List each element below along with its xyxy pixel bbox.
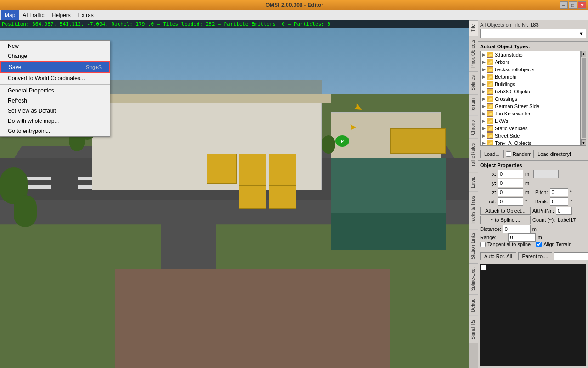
tree-arrow: ▶: [482, 60, 486, 64]
menu-helpers[interactable]: Helpers: [48, 10, 74, 20]
object-tree[interactable]: ▶ 📁 3dtranstudio ▶ 📁 Arbors ▶ 📁 b: [480, 51, 581, 146]
color-preview[interactable]: [533, 170, 559, 178]
menu-save[interactable]: Save Strg+S: [0, 61, 110, 73]
menu-general-props[interactable]: General Properties...: [0, 86, 110, 96]
tree-item-arbors[interactable]: ▶ 📁 Arbors: [481, 58, 580, 66]
scroll-up[interactable]: ▲: [581, 51, 587, 57]
tab-chrono[interactable]: Chrono: [469, 116, 478, 139]
tangential-label: Tangential to spline: [487, 242, 531, 247]
props-section: Object Properties x: m y: m z: m Pitch:: [478, 160, 588, 250]
tree-label: Street Side: [495, 133, 520, 138]
tab-envir[interactable]: Envir.: [469, 172, 478, 192]
align-terrain-checkbox[interactable]: [536, 242, 542, 247]
menu-go-to-entry[interactable]: Go to entrypoint...: [0, 126, 110, 136]
close-button[interactable]: ✕: [578, 1, 586, 9]
tree-item-german-street[interactable]: ▶ 📁 German Street Side: [481, 103, 580, 110]
menu-extras[interactable]: Extras: [74, 10, 97, 20]
tree-item-jan[interactable]: ▶ 📁 Jan Kiesewalter: [481, 110, 580, 117]
menu-do-with-map[interactable]: Do with whole map...: [0, 116, 110, 126]
menu-ai-traffic[interactable]: AI Traffic: [19, 10, 48, 20]
scroll-thumb[interactable]: [582, 58, 586, 138]
parent-button[interactable]: Parent to....: [518, 252, 553, 260]
x-label: x:: [480, 171, 496, 177]
black-preview-area: [480, 264, 586, 366]
status-text: Position: 364.987, 541.112, -7.094, Rach…: [2, 21, 330, 27]
arrow-2: ➤: [349, 121, 357, 132]
menu-refresh[interactable]: Refresh: [0, 96, 110, 106]
props-title: Object Properties: [480, 162, 586, 168]
tree-label: 3dtranstudio: [495, 52, 523, 58]
auto-rot-button[interactable]: Auto Rot. All: [480, 252, 516, 260]
menu-save-shortcut: Strg+S: [86, 64, 102, 70]
bank-label: Bank:: [535, 199, 548, 204]
tree-icon-folder: 📁: [487, 125, 493, 132]
tile-value: 183: [530, 22, 538, 28]
bank-input[interactable]: [550, 197, 568, 206]
dropdown-sep-1: [0, 84, 110, 85]
tree-item-betonrohr[interactable]: ▶ 📁 Betonrohr: [481, 73, 580, 80]
y-input[interactable]: [498, 179, 523, 187]
att-pnt-input[interactable]: [556, 207, 572, 215]
range-input[interactable]: [508, 233, 536, 242]
pitch-label: Pitch:: [535, 190, 548, 195]
tree-item-beckschollobjects[interactable]: ▶ 📁 beckschollobjects: [481, 66, 580, 73]
menu-convert-label: Convert to World Coordinates...: [8, 75, 85, 81]
distance-unit: m: [532, 226, 537, 232]
tree-icon-folder: 📁: [487, 88, 493, 95]
load-button[interactable]: Load...: [480, 150, 504, 158]
tab-station-links[interactable]: Station Links: [469, 229, 478, 263]
main-area: ➤ ➤ P Position: 364.987, 541.112, -7.094…: [0, 20, 588, 368]
yellow-box-3: [207, 154, 237, 184]
prop-row-x: x: m: [480, 170, 586, 178]
tab-traffic-rules[interactable]: Traffic Rules: [469, 139, 478, 172]
distance-input[interactable]: [503, 225, 531, 233]
z-label: z:: [480, 190, 496, 195]
maximize-button[interactable]: □: [569, 1, 577, 9]
tree-arrow: ▶: [482, 141, 486, 145]
x-input[interactable]: [498, 170, 523, 178]
menu-map[interactable]: Map: [1, 10, 19, 20]
z-input[interactable]: [498, 188, 523, 196]
tree-item-bvb360[interactable]: ▶ 📁 bvb360_Objekte: [481, 88, 580, 95]
tree-item-static-vehicles[interactable]: ▶ 📁 Static Vehicles: [481, 125, 580, 132]
tree-item-tony[interactable]: ▶ 📁 Tony_A_Objects: [481, 139, 580, 146]
attach-button[interactable]: Attach to Object...: [480, 207, 531, 215]
menu-new[interactable]: New: [0, 41, 110, 51]
viewport[interactable]: ➤ ➤ P Position: 364.987, 541.112, -7.094…: [0, 20, 469, 368]
rot-input[interactable]: [498, 197, 523, 206]
tree-label: Crossings: [495, 96, 517, 102]
tree-icon-folder: 📁: [487, 59, 493, 65]
tab-tile[interactable]: Tile: [469, 20, 478, 36]
tree-label: Tony_A_Objects: [495, 140, 531, 146]
tree-icon-folder: 📁: [487, 103, 493, 109]
object-types-label: Actual Object Types:: [480, 44, 586, 49]
tab-prior-objects[interactable]: Prior. Objects: [469, 36, 478, 71]
menu-convert[interactable]: Convert to World Coordinates...: [0, 73, 110, 83]
minimize-button[interactable]: ─: [560, 1, 568, 9]
menu-set-view[interactable]: Set View as Default: [0, 106, 110, 116]
y-label: y:: [480, 180, 496, 186]
scroll-down[interactable]: ▼: [581, 139, 587, 146]
spline-button[interactable]: ~ to Spline ...: [480, 216, 531, 224]
tab-spline-exp[interactable]: Spline-Exp.: [469, 263, 478, 294]
parking-area: [331, 158, 446, 213]
tree-item-crossings[interactable]: ▶ 📁 Crossings: [481, 95, 580, 103]
tab-splines[interactable]: Splines: [469, 71, 478, 94]
tab-terrain[interactable]: Terrain: [469, 94, 478, 116]
tangential-checkbox[interactable]: [480, 242, 486, 247]
menubar: Map AI Traffic Helpers Extras: [0, 10, 588, 20]
menu-change[interactable]: Change: [0, 51, 110, 61]
tab-tracks-trips[interactable]: Tracks & Trips: [469, 192, 478, 229]
tree-label: Static Vehicles: [495, 126, 528, 131]
tree-item-buildings[interactable]: ▶ 📁 Buildings: [481, 80, 580, 88]
tree-item-3dtranstudio[interactable]: ▶ 📁 3dtranstudio: [481, 51, 580, 58]
tree-item-lkws[interactable]: ▶ 📁 LKWs: [481, 117, 580, 125]
tile-type-dropdown[interactable]: ▼: [480, 29, 586, 38]
tab-debug[interactable]: Debug: [469, 294, 478, 316]
pitch-input[interactable]: [550, 188, 568, 196]
tab-signal-rs[interactable]: Signal Rs: [469, 316, 478, 343]
label-field[interactable]: [554, 252, 588, 260]
tree-item-street-side[interactable]: ▶ 📁 Street Side: [481, 132, 580, 139]
random-checkbox[interactable]: [506, 151, 511, 157]
load-directory-button[interactable]: Load directory!: [533, 150, 575, 158]
